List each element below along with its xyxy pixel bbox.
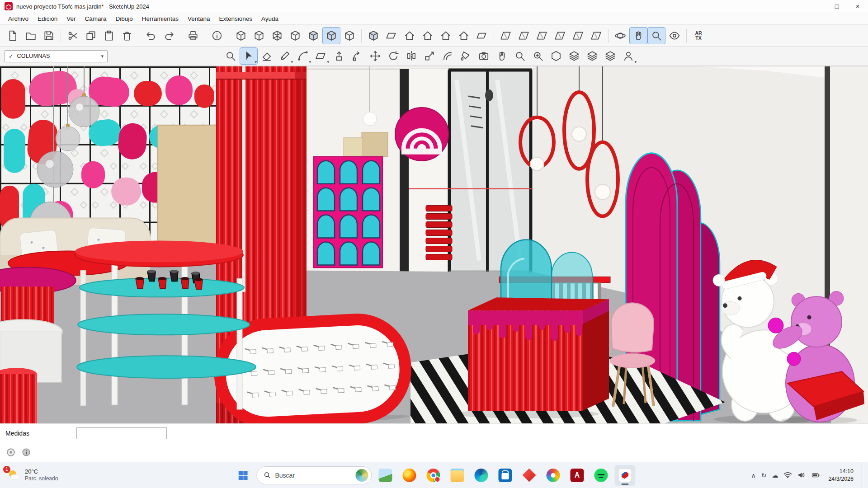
show-desktop-button[interactable]: [862, 462, 864, 488]
close-button[interactable]: ×: [847, 0, 868, 13]
style-xray-icon[interactable]: [232, 27, 250, 44]
paint-bucket-icon[interactable]: [457, 47, 475, 65]
menu-item[interactable]: Ver: [62, 14, 80, 23]
delete-icon[interactable]: [118, 27, 136, 44]
model-info-icon[interactable]: [208, 27, 226, 44]
menu-item[interactable]: Ventana: [183, 14, 215, 23]
widgets-icon[interactable]: [375, 465, 396, 486]
eraser-tool-icon[interactable]: [258, 47, 276, 65]
menu-item[interactable]: Cámara: [80, 14, 111, 23]
position-camera-icon[interactable]: [475, 47, 493, 65]
maximize-button[interactable]: □: [826, 0, 847, 13]
rectangle-tool-icon[interactable]: [312, 47, 330, 65]
select-tool-icon[interactable]: [240, 47, 258, 65]
measurements-input[interactable]: [76, 427, 167, 439]
menu-item[interactable]: Archivo: [4, 14, 33, 23]
cloud-icon[interactable]: ☁: [772, 472, 778, 479]
extension-tool-4-icon[interactable]: [601, 47, 619, 65]
style-shaded-icon[interactable]: [304, 27, 322, 44]
hidden-icons-chevron[interactable]: ∧: [751, 472, 755, 479]
view-right-icon[interactable]: [419, 27, 437, 44]
save-icon[interactable]: [40, 27, 58, 44]
toolbar-separator: [205, 29, 205, 42]
print-icon[interactable]: [184, 27, 202, 44]
display-section-cuts-icon[interactable]: [533, 27, 551, 44]
style-hidden-line-icon[interactable]: [286, 27, 304, 44]
sketchup-viewer-icon[interactable]: [519, 465, 540, 486]
style-wireframe-icon[interactable]: [268, 27, 286, 44]
view-iso-icon[interactable]: [364, 27, 382, 44]
minimize-button[interactable]: –: [806, 0, 826, 13]
menu-item[interactable]: Edición: [33, 14, 62, 23]
file-explorer-icon[interactable]: [447, 465, 468, 486]
copy-icon[interactable]: [82, 27, 100, 44]
sign-in-icon[interactable]: [619, 47, 637, 65]
extension-tool-2-icon[interactable]: [565, 47, 583, 65]
redo-icon[interactable]: [160, 27, 178, 44]
section-plane-icon[interactable]: [497, 27, 515, 44]
rotate-tool-icon[interactable]: [384, 47, 402, 65]
sketchup-icon[interactable]: [615, 465, 636, 486]
style-back-edges-icon[interactable]: [250, 27, 268, 44]
menu-item[interactable]: Extensiones: [214, 14, 257, 23]
extension-tool-3-icon[interactable]: [583, 47, 601, 65]
push-pull-tool-icon[interactable]: [330, 47, 348, 65]
flip-tool-icon[interactable]: [402, 47, 420, 65]
start-button[interactable]: [233, 465, 254, 486]
zoom-icon[interactable]: [647, 27, 665, 44]
viewport-3d-scene[interactable]: [0, 66, 868, 423]
edge-icon[interactable]: [471, 465, 492, 486]
tag-filter-dropdown[interactable]: ✓ COLUMNAS ▾: [5, 50, 108, 62]
view-back-icon[interactable]: [455, 27, 473, 44]
view-front-icon[interactable]: [401, 27, 419, 44]
photos-icon[interactable]: [543, 465, 564, 486]
view-left-icon[interactable]: [437, 27, 455, 44]
look-around-icon[interactable]: [665, 27, 684, 44]
cut-icon[interactable]: [64, 27, 82, 44]
offset-tool-icon[interactable]: [439, 47, 457, 65]
ar-text-tools-icon[interactable]: AR TX: [689, 27, 708, 44]
pan-icon[interactable]: [629, 27, 647, 44]
menu-item[interactable]: Dibujo: [111, 14, 137, 23]
line-tool-icon[interactable]: [276, 47, 294, 65]
style-monochrome-icon[interactable]: [340, 27, 359, 44]
view-top-icon[interactable]: [382, 27, 401, 44]
clock[interactable]: 14:10 24/3/2026: [826, 468, 856, 483]
walk-tool-icon[interactable]: [493, 47, 511, 65]
zoom-tool-icon[interactable]: [511, 47, 529, 65]
section-troubleshoot-icon[interactable]: [587, 27, 605, 44]
move-tool-icon[interactable]: [366, 47, 384, 65]
acrobat-icon[interactable]: A: [567, 465, 588, 486]
orbit-icon[interactable]: [611, 27, 629, 44]
volume-icon[interactable]: [797, 471, 806, 479]
spotify-icon[interactable]: [591, 465, 612, 486]
menu-item[interactable]: Ayuda: [257, 14, 283, 23]
taskbar-search[interactable]: Buscar: [257, 466, 372, 484]
display-section-planes-icon[interactable]: [515, 27, 533, 44]
zoom-extents-icon[interactable]: [529, 47, 547, 65]
weather-widget[interactable]: 1 20°C Parc. soleado: [0, 462, 64, 488]
paste-icon[interactable]: [100, 27, 118, 44]
chrome-icon[interactable]: [423, 465, 444, 486]
new-document-icon[interactable]: [4, 27, 22, 44]
wifi-icon[interactable]: [783, 471, 792, 479]
firefox-icon[interactable]: [399, 465, 420, 486]
follow-me-tool-icon[interactable]: [348, 47, 366, 65]
ms-store-icon[interactable]: [495, 465, 516, 486]
extension-tool-1-icon[interactable]: [547, 47, 565, 65]
scale-tool-icon[interactable]: [420, 47, 439, 65]
undo-icon[interactable]: [142, 27, 160, 44]
display-section-fill-icon[interactable]: [551, 27, 569, 44]
open-icon[interactable]: [22, 27, 40, 44]
style-shaded-textures-icon[interactable]: [322, 27, 340, 44]
menu-item[interactable]: Herramientas: [137, 14, 183, 23]
section-outer-shell-icon[interactable]: [569, 27, 587, 44]
battery-icon[interactable]: [811, 471, 820, 479]
arc-tool-icon[interactable]: [294, 47, 312, 65]
modeling-viewport[interactable]: [0, 66, 868, 423]
geolocation-icon[interactable]: [5, 447, 16, 458]
search-tool-icon[interactable]: [222, 47, 240, 65]
update-arrows-icon[interactable]: ↻: [761, 472, 767, 479]
view-2pt-icon[interactable]: [473, 27, 491, 44]
credits-info-icon[interactable]: [21, 447, 32, 458]
